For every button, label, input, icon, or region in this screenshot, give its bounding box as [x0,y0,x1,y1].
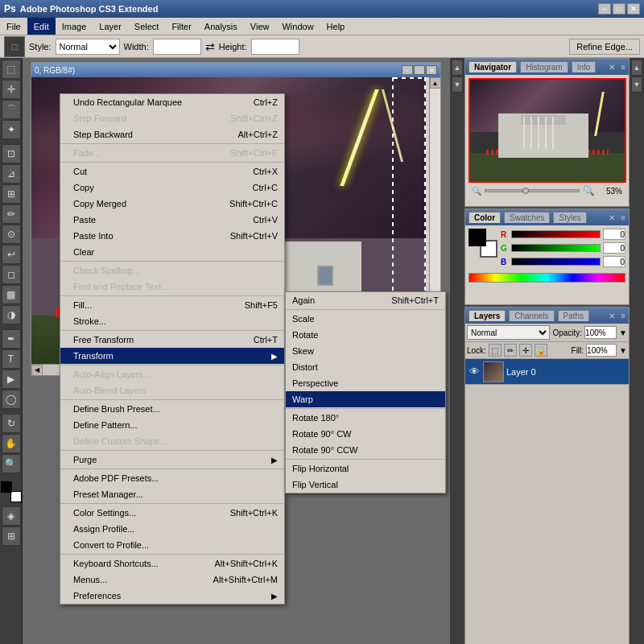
tab-styles[interactable]: Styles [553,212,586,223]
menu-image[interactable]: Image [56,18,93,35]
edit-clear[interactable]: Clear [60,244,284,260]
navigator-close[interactable]: ✕ [609,63,615,72]
edit-cut[interactable]: CutCtrl+X [60,163,284,180]
zoom-slider[interactable] [485,189,580,192]
tool-shape[interactable]: ◯ [2,390,21,409]
doc-maximize[interactable]: □ [414,65,425,75]
right-strip-btn-1[interactable]: ▲ [631,60,642,76]
edit-step-backward[interactable]: Step BackwardAlt+Ctrl+Z [60,126,284,142]
tool-move[interactable]: ✛ [2,80,21,99]
menu-layer[interactable]: Layer [93,18,128,35]
menu-analysis[interactable]: Analysis [198,18,244,35]
tool-eraser[interactable]: ◻ [2,265,21,284]
edit-copy[interactable]: CopyCtrl+C [60,180,284,196]
transform-flip-v[interactable]: Flip Vertical [286,477,445,493]
tool-text[interactable]: T [2,349,21,369]
menu-view[interactable]: View [244,18,276,35]
edit-preset-manager[interactable]: Preset Manager... [60,486,284,502]
tool-lasso[interactable]: ⌒ [2,100,21,119]
menu-file[interactable]: File [0,18,27,35]
fill-arrow[interactable]: ▼ [619,346,627,355]
edit-menus[interactable]: Menus...Alt+Shift+Ctrl+M [60,572,284,588]
menu-filter[interactable]: Filter [165,18,197,35]
tab-info[interactable]: Info [572,61,597,72]
blend-mode-select[interactable]: Normal Multiply Screen [467,325,550,340]
color-menu[interactable]: ≡ [621,213,625,222]
edit-assign-profile[interactable]: Assign Profile... [60,521,284,537]
fg-color[interactable] [469,229,486,246]
edit-fade[interactable]: Fade...Shift+Ctrl+F [60,145,284,161]
width-input[interactable] [153,39,201,55]
edit-purge[interactable]: Purge▶ [60,452,284,468]
transform-perspective[interactable]: Perspective [286,375,445,391]
edit-transform[interactable]: Transform▶ [60,348,284,364]
tool-hand[interactable]: ✋ [2,434,21,453]
lock-image[interactable]: ✏ [504,344,517,357]
zoom-out-icon[interactable]: 🔍 [472,187,481,196]
transform-scale[interactable]: Scale [286,311,445,327]
transform-distort[interactable]: Distort [286,359,445,375]
tab-channels[interactable]: Channels [509,310,554,321]
menu-help[interactable]: Help [320,18,352,35]
transform-rotate-90-ccw[interactable]: Rotate 90° CCW [286,442,445,458]
tool-path-select[interactable]: ▶ [2,369,21,389]
edit-define-pattern[interactable]: Define Pattern... [60,417,284,433]
tool-crop[interactable]: ⊡ [2,144,21,163]
tool-brush[interactable]: ✏ [2,204,21,224]
b-value[interactable] [603,256,625,267]
opacity-input[interactable] [584,326,617,339]
zoom-in-icon[interactable]: 🔍 [583,185,595,196]
strip-btn-2[interactable]: ▼ [452,76,463,93]
edit-pdf-presets[interactable]: Adobe PDF Presets... [60,470,284,486]
tool-3d-rotate[interactable]: ↻ [2,414,21,433]
edit-preferences[interactable]: Preferences▶ [60,588,284,604]
tool-marquee[interactable]: ⬚ [2,60,21,79]
transform-again[interactable]: AgainShift+Ctrl+T [286,292,445,308]
lock-transparent[interactable]: ⬚ [489,344,502,357]
tool-history-brush[interactable]: ↩ [2,245,21,264]
tool-spot-heal[interactable]: ⊞ [2,184,21,204]
layer-visibility-toggle[interactable]: 👁 [468,365,481,378]
tool-screen-mode[interactable]: ⊞ [2,526,21,546]
color-close[interactable]: ✕ [609,213,615,222]
g-value[interactable] [603,242,625,254]
transform-flip-h[interactable]: Flip Horizontal [286,460,445,477]
minimize-button[interactable]: − [598,3,611,14]
layers-close[interactable]: ✕ [609,312,615,320]
edit-define-brush[interactable]: Define Brush Preset... [60,401,284,417]
r-slider[interactable] [511,230,601,238]
close-button[interactable]: ✕ [627,3,640,14]
edit-color-settings[interactable]: Color Settings...Shift+Ctrl+K [60,505,284,521]
edit-undo[interactable]: Undo Rectangular MarqueeCtrl+Z [60,94,284,110]
edit-copy-merged[interactable]: Copy MergedShift+Ctrl+C [60,196,284,212]
height-input[interactable] [251,39,299,55]
edit-free-transform[interactable]: Free TransformCtrl+T [60,332,284,348]
menu-edit[interactable]: Edit [27,18,56,35]
tool-gradient[interactable]: ▩ [2,285,21,304]
doc-close[interactable]: ✕ [426,65,437,75]
edit-step-forward[interactable]: Step ForwardShift+Ctrl+Z [60,110,284,126]
navigator-menu[interactable]: ≡ [621,63,625,72]
color-swatches[interactable] [1,481,22,502]
maximize-button[interactable]: □ [613,3,625,14]
r-value[interactable] [603,229,625,240]
edit-find-replace[interactable]: Find and Replace Text... [60,279,284,295]
menu-window[interactable]: Window [275,18,320,35]
tool-dodge[interactable]: ◑ [2,305,21,324]
layers-menu[interactable]: ≡ [621,312,625,320]
edit-auto-blend[interactable]: Auto-Blend Layers [60,382,284,398]
scroll-left-btn[interactable]: ◀ [31,365,43,376]
scroll-up-btn[interactable]: ▲ [430,77,441,89]
lock-all[interactable]: 🔒 [535,344,547,357]
refine-edge-button[interactable]: Refine Edge... [569,39,640,55]
tool-magic-wand[interactable]: ✦ [2,120,21,139]
transform-rotate-180[interactable]: Rotate 180° [286,410,445,426]
strip-btn-1[interactable]: ▲ [452,60,463,76]
fill-input[interactable] [586,344,617,357]
style-select[interactable]: Normal Fixed Ratio Fixed Size [56,39,120,55]
lock-position[interactable]: ✛ [519,344,532,357]
g-slider[interactable] [511,244,601,252]
edit-paste[interactable]: PasteCtrl+V [60,212,284,228]
doc-minimize[interactable]: − [402,65,413,75]
tool-quick-mask[interactable]: ◈ [2,506,21,526]
